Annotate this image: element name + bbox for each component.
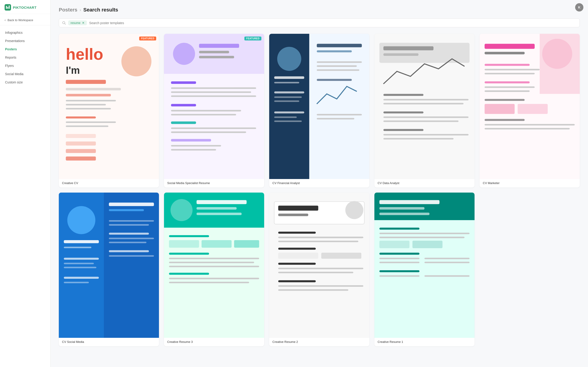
template-card-social-media-specialist-resume[interactable]: FEATURED Social Media Specialist Resume (164, 34, 264, 188)
template-card-creative-resume-2[interactable]: Creative Resume 2 (269, 192, 369, 346)
svg-rect-53 (317, 44, 362, 47)
logo-text: PIKTOCHART (13, 6, 37, 9)
template-thumb-cv-social-media (59, 192, 159, 338)
svg-rect-154 (413, 241, 443, 248)
svg-rect-123 (169, 262, 254, 263)
svg-rect-149 (379, 213, 430, 215)
sidebar-item-social-media[interactable]: Social Media (0, 70, 50, 78)
svg-rect-107 (109, 238, 154, 239)
featured-badge-creative-cv: FEATURED (139, 37, 156, 41)
svg-rect-139 (278, 263, 316, 265)
svg-rect-141 (278, 272, 353, 274)
svg-rect-104 (109, 220, 154, 222)
svg-rect-13 (66, 100, 116, 101)
template-card-creative-resume-1[interactable]: Creative Resume 1 (374, 192, 474, 346)
template-label-cv-social-media: CV Social Media (59, 338, 159, 346)
svg-rect-114 (197, 200, 247, 204)
svg-rect-106 (109, 233, 149, 235)
svg-rect-99 (64, 267, 97, 268)
svg-rect-162 (425, 275, 469, 277)
svg-rect-28 (199, 56, 234, 58)
svg-rect-87 (518, 104, 548, 114)
svg-rect-157 (425, 258, 469, 259)
svg-rect-55 (317, 61, 362, 63)
svg-rect-144 (278, 289, 348, 291)
svg-line-5 (65, 24, 66, 24)
svg-point-113 (171, 199, 192, 221)
svg-point-132 (345, 201, 363, 219)
svg-rect-161 (379, 275, 419, 277)
svg-rect-79 (485, 64, 530, 66)
svg-rect-96 (64, 247, 91, 248)
sidebar-item-custom-size[interactable]: Custom size (0, 78, 50, 86)
template-label-creative-resume-3: Creative Resume 3 (164, 338, 264, 346)
svg-rect-38 (171, 132, 246, 133)
template-thumb-social-media-specialist-resume: FEATURED (164, 34, 264, 179)
template-grid: FEATURED hello I'm Creative CVFEATURED (59, 34, 580, 346)
svg-rect-65 (383, 94, 423, 96)
svg-rect-147 (379, 200, 440, 204)
svg-rect-102 (109, 203, 154, 206)
svg-rect-103 (109, 209, 144, 211)
svg-rect-52 (274, 120, 302, 122)
svg-rect-20 (66, 142, 96, 145)
template-card-cv-financial-analyst[interactable]: CV Financial Analyst (269, 34, 369, 188)
sidebar-item-posters[interactable]: Posters (0, 45, 50, 53)
svg-rect-2 (7, 7, 8, 9)
svg-rect-71 (383, 129, 423, 131)
main-content: Posters › Search results resume ✕ FEATUR… (50, 0, 588, 367)
svg-rect-108 (109, 242, 146, 243)
template-card-cv-marketer[interactable]: CV Marketer (480, 34, 580, 188)
sidebar-item-reports[interactable]: Reports (0, 53, 50, 62)
sidebar-item-flyers[interactable]: Flyers (0, 62, 50, 70)
logo: PIKTOCHART (0, 0, 50, 14)
template-thumb-cv-data-analyst (374, 34, 474, 179)
user-avatar[interactable]: K (575, 3, 583, 11)
svg-rect-84 (485, 90, 530, 92)
svg-rect-60 (317, 118, 354, 119)
svg-rect-36 (171, 121, 196, 124)
template-card-cv-social-media[interactable]: CV Social Media (59, 192, 159, 346)
svg-rect-16 (66, 117, 96, 119)
svg-rect-98 (64, 263, 94, 264)
svg-point-44 (277, 47, 301, 71)
svg-rect-59 (317, 114, 362, 116)
svg-rect-66 (383, 99, 469, 100)
template-label-cv-marketer: CV Marketer (480, 179, 580, 188)
svg-rect-69 (383, 117, 469, 118)
svg-rect-121 (169, 253, 209, 255)
svg-rect-89 (485, 124, 575, 125)
search-input[interactable] (89, 21, 576, 25)
svg-rect-39 (171, 139, 211, 142)
search-tag-close-button[interactable]: ✕ (82, 21, 84, 25)
svg-rect-57 (317, 69, 359, 71)
template-card-creative-resume-3[interactable]: Creative Resume 3 (164, 192, 264, 346)
svg-rect-130 (278, 206, 318, 211)
svg-rect-117 (169, 235, 209, 237)
template-thumb-creative-cv: FEATURED hello I'm (59, 34, 159, 179)
back-to-workspace-link[interactable]: ‹ Back to Workspace (0, 14, 50, 25)
svg-rect-41 (171, 149, 216, 150)
svg-rect-100 (64, 277, 99, 279)
template-card-creative-cv[interactable]: FEATURED hello I'm Creative CV (59, 34, 159, 188)
svg-rect-101 (64, 282, 89, 283)
sidebar-item-infographics[interactable]: Infographics (0, 28, 50, 37)
svg-rect-19 (66, 134, 96, 138)
svg-rect-21 (66, 149, 96, 153)
page-header: Posters › Search results (59, 7, 580, 13)
svg-rect-118 (169, 240, 199, 248)
svg-rect-72 (383, 134, 469, 136)
breadcrumb-posters[interactable]: Posters (59, 7, 77, 13)
svg-rect-9 (66, 80, 106, 84)
template-card-cv-data-analyst[interactable]: CV Data Analyst (374, 34, 474, 188)
svg-rect-51 (274, 117, 297, 118)
svg-rect-126 (169, 278, 259, 279)
svg-rect-68 (383, 111, 423, 114)
svg-rect-80 (485, 69, 540, 71)
svg-point-94 (67, 206, 95, 234)
svg-rect-32 (171, 95, 256, 97)
svg-rect-143 (278, 285, 363, 287)
sidebar-item-presentations[interactable]: Presentations (0, 37, 50, 45)
svg-rect-15 (66, 108, 111, 110)
svg-rect-136 (278, 248, 316, 250)
